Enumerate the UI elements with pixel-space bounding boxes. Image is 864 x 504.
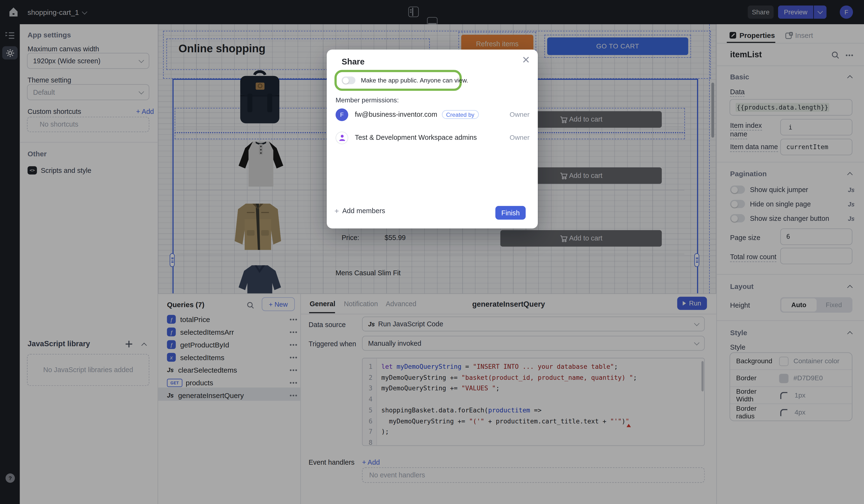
plus-icon: + [335, 207, 339, 215]
share-modal: Share ✕ Make the app public. Anyone can … [327, 50, 538, 229]
make-app-public-toggle[interactable] [341, 76, 355, 84]
finish-button[interactable]: Finish [495, 206, 526, 220]
member-role[interactable]: Owner [509, 111, 529, 118]
member-avatar: F [336, 108, 348, 121]
member-permissions-label: Member permissions: [336, 96, 399, 104]
close-icon[interactable]: ✕ [522, 56, 530, 64]
add-members-button[interactable]: + Add members [335, 207, 385, 215]
app-editor: shopping-cart_1 Share Preview F ? App se… [0, 0, 864, 504]
public-toggle-highlight-ring: Make the app public. Anyone can view. [335, 70, 462, 91]
created-by-badge: Created by [442, 110, 479, 119]
member-role[interactable]: Owner [509, 134, 529, 142]
public-toggle-label: Make the app public. Anyone can view. [361, 77, 468, 84]
member-row: Test & Development Workspace admins Owne… [336, 131, 529, 145]
workspace-admins-avatar [336, 131, 348, 144]
member-row: F fw@business-inventor.com Created by Ow… [336, 108, 529, 122]
share-modal-title: Share [341, 57, 364, 66]
person-icon [339, 134, 345, 141]
